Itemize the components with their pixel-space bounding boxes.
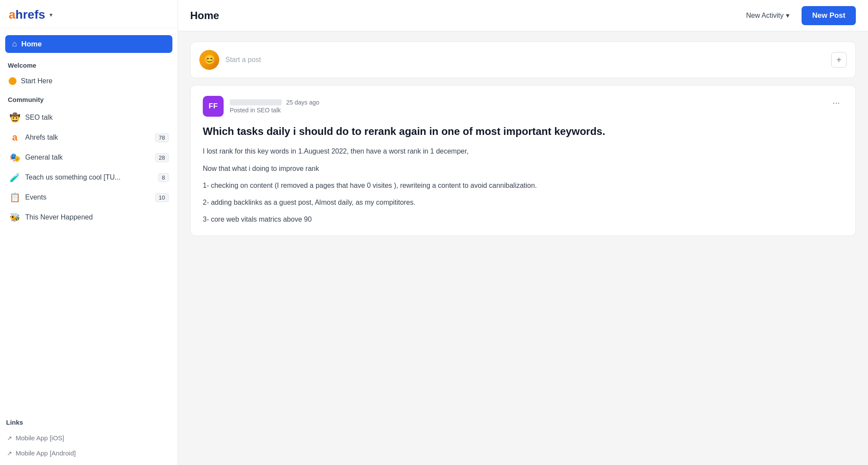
logo-a: a	[9, 8, 16, 21]
page-title: Home	[190, 10, 219, 22]
android-link-label: Mobile App [Android]	[16, 449, 76, 457]
sidebar-item-teach-us[interactable]: 🧪 Teach us something cool [TU... 8	[5, 167, 172, 187]
sidebar-item-events[interactable]: 📋 Events 10	[5, 187, 172, 207]
teach-us-icon: 🧪	[9, 171, 21, 183]
post-body: I lost rank for this key words in 1.Augu…	[203, 145, 843, 225]
sidebar-item-seo-talk[interactable]: 🤠 SEO talk	[5, 108, 172, 128]
general-talk-badge: 28	[155, 153, 169, 162]
this-never-happened-label: This Never Happened	[25, 213, 93, 221]
post-more-button[interactable]: ···	[829, 96, 843, 109]
logo[interactable]: ahrefs ▾	[9, 8, 53, 22]
post-body-line-3: 1- checking on content (I removed a page…	[203, 180, 843, 191]
post-header: FF 25 days ago Posted in SEO talk ···	[203, 96, 843, 117]
teach-us-label: Teach us something cool [TU...	[25, 174, 121, 181]
post-timestamp: 25 days ago	[286, 99, 319, 106]
sidebar-link-android[interactable]: ↗ Mobile App [Android]	[3, 445, 174, 461]
sidebar-item-this-never-happened[interactable]: 🐝 This Never Happened	[5, 207, 172, 227]
logo-chevron-icon[interactable]: ▾	[50, 11, 53, 18]
composer-avatar: 😊	[199, 50, 219, 70]
sidebar-header: ahrefs ▾	[0, 0, 178, 28]
seo-talk-icon: 🤠	[9, 111, 21, 124]
sidebar-item-general-talk[interactable]: 🎭 General talk 28	[5, 147, 172, 167]
new-activity-chevron-icon: ▾	[786, 11, 789, 20]
general-talk-icon: 🎭	[9, 151, 21, 164]
post-body-line-4: 2- adding backlinks as a guest post, Alm…	[203, 196, 843, 208]
teach-us-left: 🧪 Teach us something cool [TU...	[9, 171, 121, 183]
welcome-section-label: Welcome	[8, 62, 170, 69]
ios-link-arrow-icon: ↗	[7, 435, 12, 442]
post-body-line-5: 3- core web vitals matrics above 90	[203, 213, 843, 225]
post-author-avatar: FF	[203, 96, 224, 117]
ahrefs-talk-left: a Ahrefs talk	[9, 131, 58, 144]
post-composer[interactable]: 😊 Start a post +	[190, 42, 856, 78]
post-category-name: SEO talk	[257, 107, 281, 114]
events-label: Events	[25, 193, 46, 201]
user-avatar-face: 😊	[199, 50, 219, 70]
post-category-prefix: Posted in	[230, 107, 257, 114]
teach-us-badge: 8	[158, 173, 169, 182]
post-author-username	[230, 99, 282, 105]
topbar: Home New Activity ▾ New Post	[178, 0, 868, 31]
post-title: Which tasks daily i should do to rerank …	[203, 124, 843, 138]
sidebar-item-start-here[interactable]: Start Here	[5, 73, 172, 89]
composer-add-button[interactable]: +	[831, 52, 847, 68]
links-section: Links ↗ Mobile App [iOS] ↗ Mobile App [A…	[0, 412, 178, 465]
ios-link-label: Mobile App [iOS]	[16, 434, 64, 442]
seo-talk-left: 🤠 SEO talk	[9, 111, 53, 124]
home-icon: ⌂	[12, 39, 17, 49]
main-content: Home New Activity ▾ New Post 😊 Start a p…	[178, 0, 868, 465]
start-here-left: Start Here	[9, 77, 53, 85]
topbar-right: New Activity ▾ New Post	[741, 6, 856, 25]
composer-placeholder[interactable]: Start a post	[225, 56, 825, 64]
new-post-button[interactable]: New Post	[802, 6, 856, 25]
feed-post: FF 25 days ago Posted in SEO talk ··· Wh…	[190, 85, 856, 236]
this-never-happened-left: 🐝 This Never Happened	[9, 211, 93, 223]
logo-hrefs: hrefs	[16, 8, 45, 21]
start-here-label: Start Here	[21, 77, 53, 85]
ahrefs-talk-badge: 78	[155, 133, 169, 142]
sidebar-item-ahrefs-talk[interactable]: a Ahrefs talk 78	[5, 128, 172, 147]
android-link-arrow-icon: ↗	[7, 450, 12, 457]
post-header-left: FF 25 days ago Posted in SEO talk	[203, 96, 319, 117]
general-talk-label: General talk	[25, 154, 63, 161]
events-icon: 📋	[9, 191, 21, 203]
content-area: 😊 Start a post + FF 25 days ago Posted i…	[178, 31, 868, 465]
post-category: Posted in SEO talk	[230, 107, 319, 114]
general-talk-left: 🎭 General talk	[9, 151, 63, 164]
home-label: Home	[21, 40, 42, 49]
events-badge: 10	[155, 193, 169, 202]
logo-text: ahrefs	[9, 8, 45, 22]
events-left: 📋 Events	[9, 191, 46, 203]
this-never-happened-icon: 🐝	[9, 211, 21, 223]
links-section-label: Links	[6, 419, 172, 426]
sidebar: ahrefs ▾ ⌂ Home Welcome Start Here Commu…	[0, 0, 178, 465]
ahrefs-talk-label: Ahrefs talk	[25, 134, 58, 141]
community-section-label: Community	[8, 96, 170, 103]
seo-talk-label: SEO talk	[25, 114, 53, 121]
post-body-line-2: Now that what i doing to improve rank	[203, 163, 843, 174]
sidebar-item-home[interactable]: ⌂ Home	[5, 35, 172, 53]
new-activity-button[interactable]: New Activity ▾	[741, 8, 795, 23]
post-meta: 25 days ago Posted in SEO talk	[230, 99, 319, 114]
sidebar-link-ios[interactable]: ↗ Mobile App [iOS]	[3, 430, 174, 445]
sidebar-nav: ⌂ Home Welcome Start Here Community 🤠 SE…	[0, 28, 178, 412]
new-activity-label: New Activity	[746, 12, 783, 20]
post-body-line-1: I lost rank for this key words in 1.Augu…	[203, 145, 843, 157]
start-here-dot-icon	[9, 77, 17, 85]
ahrefs-talk-icon: a	[9, 131, 21, 144]
